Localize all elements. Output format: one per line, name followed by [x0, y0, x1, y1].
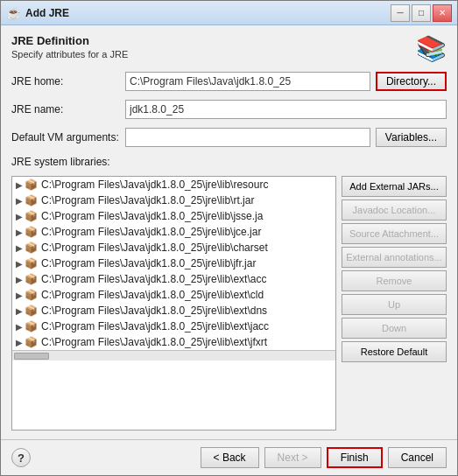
up-button[interactable]: Up [342, 294, 447, 315]
back-button[interactable]: < Back [201, 447, 259, 468]
library-list-item[interactable]: ▶📦C:\Program Files\Java\jdk1.8.0_25\jre\… [12, 334, 335, 350]
expand-icon: ▶ [16, 290, 23, 300]
jar-icon: 📦 [25, 257, 38, 270]
expand-icon: ▶ [16, 338, 23, 347]
library-list-item[interactable]: ▶📦C:\Program Files\Java\jdk1.8.0_25\jre\… [12, 287, 335, 303]
window-title: Add JRE [25, 7, 391, 19]
expand-icon: ▶ [16, 228, 23, 237]
header-icon: 📚 [416, 34, 447, 63]
jar-icon: 📦 [25, 210, 38, 222]
jar-icon: 📦 [25, 289, 38, 301]
library-list-item[interactable]: ▶📦C:\Program Files\Java\jdk1.8.0_25\jre\… [12, 224, 335, 240]
lib-path: C:\Program Files\Java\jdk1.8.0_25\jre\li… [41, 289, 264, 301]
jre-name-label: JRE name: [11, 103, 125, 116]
bottom-bar: ? < Back Next > Finish Cancel [1, 439, 457, 475]
library-list-inner: ▶📦C:\Program Files\Java\jdk1.8.0_25\jre\… [12, 177, 335, 350]
jre-home-label: JRE home: [11, 75, 125, 88]
lib-path: C:\Program Files\Java\jdk1.8.0_25\jre\li… [41, 273, 266, 285]
lib-path: C:\Program Files\Java\jdk1.8.0_25\jre\li… [41, 257, 256, 270]
vm-args-label: Default VM arguments: [11, 131, 125, 144]
window-controls: ─ □ ✕ [391, 4, 452, 22]
library-list-item[interactable]: ▶📦C:\Program Files\Java\jdk1.8.0_25\jre\… [12, 240, 335, 256]
expand-icon: ▶ [16, 180, 23, 190]
lib-path: C:\Program Files\Java\jdk1.8.0_25\jre\li… [41, 226, 261, 238]
help-button[interactable]: ? [11, 448, 31, 467]
header-area: JRE Definition Specify attributes for a … [11, 34, 447, 66]
libraries-area: ▶📦C:\Program Files\Java\jdk1.8.0_25\jre\… [11, 176, 447, 430]
section-title: JRE Definition [11, 34, 128, 47]
lib-path: C:\Program Files\Java\jdk1.8.0_25\jre\li… [41, 304, 267, 317]
library-list-item[interactable]: ▶📦C:\Program Files\Java\jdk1.8.0_25\jre\… [12, 318, 335, 334]
horizontal-scrollbar[interactable] [12, 350, 335, 360]
window-icon: ☕ [6, 6, 21, 20]
lib-path: C:\Program Files\Java\jdk1.8.0_25\jre\li… [41, 242, 268, 254]
library-list[interactable]: ▶📦C:\Program Files\Java\jdk1.8.0_25\jre\… [11, 176, 336, 430]
jar-icon: 📦 [25, 336, 38, 348]
javadoc-location-button[interactable]: Javadoc Location... [342, 200, 447, 220]
libraries-label: JRE system libraries: [11, 156, 447, 168]
external-annotations-button[interactable]: External annotations... [342, 247, 447, 268]
jre-home-input[interactable] [125, 72, 370, 91]
expand-icon: ▶ [16, 275, 23, 284]
library-buttons: Add External JARs... Javadoc Location...… [342, 176, 447, 430]
jar-icon: 📦 [25, 242, 38, 254]
restore-default-button[interactable]: Restore Default [342, 341, 447, 362]
expand-icon: ▶ [16, 243, 23, 253]
lib-path: C:\Program Files\Java\jdk1.8.0_25\jre\li… [41, 178, 268, 191]
source-attachment-button[interactable]: Source Attachment... [342, 223, 447, 244]
add-jre-window: ☕ Add JRE ─ □ ✕ JRE Definition Specify a… [0, 0, 458, 476]
jre-name-row: JRE name: [11, 100, 447, 119]
section-subtitle: Specify attributes for a JRE [11, 49, 128, 60]
remove-button[interactable]: Remove [342, 270, 447, 291]
expand-icon: ▶ [16, 306, 23, 316]
expand-icon: ▶ [16, 196, 23, 206]
jre-home-row: JRE home: Directory... [11, 72, 447, 91]
expand-icon: ▶ [16, 212, 23, 221]
jar-icon: 📦 [25, 226, 38, 238]
lib-path: C:\Program Files\Java\jdk1.8.0_25\jre\li… [41, 194, 254, 206]
library-list-item[interactable]: ▶📦C:\Program Files\Java\jdk1.8.0_25\jre\… [12, 177, 335, 192]
lib-path: C:\Program Files\Java\jdk1.8.0_25\jre\li… [41, 320, 269, 332]
minimize-button[interactable]: ─ [391, 4, 410, 22]
library-list-item[interactable]: ▶📦C:\Program Files\Java\jdk1.8.0_25\jre\… [12, 303, 335, 318]
library-list-item[interactable]: ▶📦C:\Program Files\Java\jdk1.8.0_25\jre\… [12, 192, 335, 208]
directory-button[interactable]: Directory... [376, 72, 447, 91]
library-list-item[interactable]: ▶📦C:\Program Files\Java\jdk1.8.0_25\jre\… [12, 271, 335, 287]
lib-path: C:\Program Files\Java\jdk1.8.0_25\jre\li… [41, 210, 263, 222]
next-button[interactable]: Next > [264, 447, 321, 468]
vm-args-input[interactable] [125, 128, 370, 147]
scrollbar-thumb[interactable] [14, 353, 49, 360]
header-text: JRE Definition Specify attributes for a … [11, 34, 128, 66]
down-button[interactable]: Down [342, 318, 447, 339]
maximize-button[interactable]: □ [412, 4, 431, 22]
close-button[interactable]: ✕ [433, 4, 452, 22]
jre-name-input[interactable] [125, 100, 447, 119]
expand-icon: ▶ [16, 259, 23, 269]
library-list-item[interactable]: ▶📦C:\Program Files\Java\jdk1.8.0_25\jre\… [12, 208, 335, 224]
jar-icon: 📦 [25, 320, 38, 332]
cancel-button[interactable]: Cancel [388, 447, 447, 468]
library-list-item[interactable]: ▶📦C:\Program Files\Java\jdk1.8.0_25\jre\… [12, 256, 335, 271]
main-content: JRE Definition Specify attributes for a … [1, 25, 457, 439]
jar-icon: 📦 [25, 304, 38, 317]
jar-icon: 📦 [25, 178, 38, 191]
title-bar: ☕ Add JRE ─ □ ✕ [1, 1, 457, 25]
jar-icon: 📦 [25, 194, 38, 206]
vm-args-row: Default VM arguments: Variables... [11, 128, 447, 147]
variables-button[interactable]: Variables... [376, 128, 447, 147]
lib-path: C:\Program Files\Java\jdk1.8.0_25\jre\li… [41, 336, 267, 348]
add-external-jars-button[interactable]: Add External JARs... [342, 176, 447, 197]
finish-button[interactable]: Finish [327, 447, 383, 468]
jar-icon: 📦 [25, 273, 38, 285]
expand-icon: ▶ [16, 322, 23, 332]
